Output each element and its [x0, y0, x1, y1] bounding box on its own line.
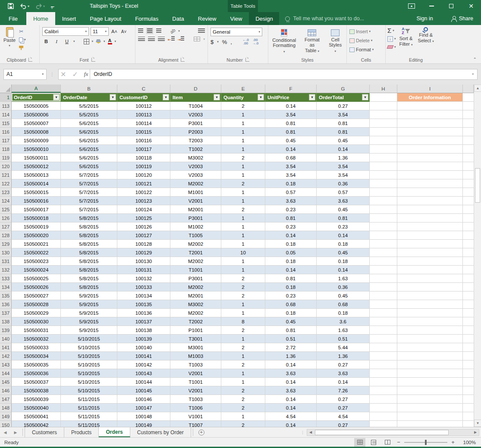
cell-G128[interactable]: 0.14 [317, 231, 370, 240]
row-header-121[interactable]: 121 [0, 171, 12, 179]
clipboard-dialog-launcher[interactable] [28, 58, 32, 62]
fill-color-button[interactable] [96, 39, 101, 44]
cell-G134[interactable]: 0.36 [317, 283, 370, 291]
cancel-entry-icon[interactable]: ✕ [60, 70, 66, 78]
cell-I146[interactable] [397, 386, 463, 395]
order-information-header[interactable]: Order Information [397, 93, 463, 102]
cell-E131[interactable]: 1 [221, 257, 265, 266]
cell-G137[interactable]: 0.18 [317, 309, 370, 317]
cell-H126[interactable] [370, 214, 397, 222]
cell-H125[interactable] [370, 205, 397, 214]
cell-D119[interactable]: M3002 [170, 154, 221, 162]
cell-I138[interactable] [397, 317, 463, 326]
increase-indent-button[interactable]: ⇥ [178, 36, 185, 42]
cell-G123[interactable]: 0.57 [317, 188, 370, 197]
tell-me-box[interactable]: Tell me what you want to do... [285, 12, 364, 25]
cell-H146[interactable] [370, 386, 397, 395]
zoom-in-button[interactable]: + [450, 439, 456, 445]
cell-E124[interactable]: 1 [221, 197, 265, 205]
paste-button[interactable]: Paste ▾ [1, 26, 18, 48]
save-icon[interactable] [8, 3, 14, 9]
cell-E139[interactable]: 2 [221, 326, 265, 335]
cell-D114[interactable]: V2003 [170, 110, 221, 119]
cell-C115[interactable]: 100114 [117, 119, 170, 128]
cell-C121[interactable]: 100120 [117, 171, 170, 179]
cell-D138[interactable]: T2002 [170, 317, 221, 326]
row-header-115[interactable]: 115 [0, 119, 12, 128]
row-header-131[interactable]: 131 [0, 257, 12, 266]
cell-C118[interactable]: 100117 [117, 145, 170, 154]
cell-E136[interactable]: 1 [221, 300, 265, 309]
cell-I131[interactable] [397, 257, 463, 266]
header-cell-orderdate[interactable]: OrderDate▾ [61, 93, 117, 102]
tab-insert[interactable]: Insert [55, 12, 83, 25]
cell-C140[interactable]: 100139 [117, 335, 170, 343]
cell-A142[interactable]: 150500034 [12, 352, 61, 360]
cell-C126[interactable]: 100125 [117, 214, 170, 222]
undo-button[interactable]: ▾ [20, 3, 29, 9]
underline-dropdown-icon[interactable]: ▾ [73, 40, 75, 43]
cell-I141[interactable] [397, 343, 463, 352]
cell-B143[interactable]: 5/10/2015 [61, 360, 117, 369]
cell-G135[interactable]: 0.45 [317, 291, 370, 300]
name-box[interactable]: A1▾ [3, 69, 47, 80]
cell-G127[interactable]: 0.23 [317, 222, 370, 231]
cell-C127[interactable]: 100126 [117, 222, 170, 231]
cell-A130[interactable]: 150500022 [12, 248, 61, 257]
cell-C145[interactable]: 100144 [117, 378, 170, 386]
column-header-G[interactable]: G [317, 85, 370, 93]
cell-E129[interactable]: 1 [221, 240, 265, 248]
row-header-127[interactable]: 127 [0, 222, 12, 231]
cell-F142[interactable]: 1.36 [265, 352, 317, 360]
cell-A129[interactable]: 150500021 [12, 240, 61, 248]
header-cell-item[interactable]: Item▾ [170, 93, 221, 102]
cell-B145[interactable]: 5/10/2015 [61, 378, 117, 386]
cell-B134[interactable]: 5/8/2015 [61, 283, 117, 291]
cell-H148[interactable] [370, 404, 397, 412]
cell-I132[interactable] [397, 266, 463, 274]
minimize-button[interactable] [421, 0, 441, 12]
number-dialog-launcher[interactable] [245, 58, 249, 62]
cell-D135[interactable]: M2001 [170, 291, 221, 300]
cell-H143[interactable] [370, 360, 397, 369]
page-layout-view-button[interactable] [368, 438, 379, 447]
tab-data[interactable]: Data [165, 12, 191, 25]
cell-I114[interactable] [397, 110, 463, 119]
cell-A113[interactable]: 150500005 [12, 102, 61, 110]
row-header-137[interactable]: 137 [0, 309, 12, 317]
cell-B146[interactable]: 5/10/2015 [61, 386, 117, 395]
cell-I122[interactable] [397, 179, 463, 188]
tab-view[interactable]: View [223, 12, 249, 25]
cell-G136[interactable]: 0.68 [317, 300, 370, 309]
cell-I142[interactable] [397, 352, 463, 360]
cell-C150[interactable]: 100149 [117, 421, 170, 427]
wrap-text-button[interactable] [198, 28, 205, 33]
row-header-120[interactable]: 120 [0, 162, 12, 171]
row-header-118[interactable]: 118 [0, 145, 12, 154]
underline-button[interactable]: U [63, 38, 71, 45]
cell-H121[interactable] [370, 171, 397, 179]
tab-file[interactable]: File [0, 12, 26, 25]
row-header-147[interactable]: 147 [0, 395, 12, 404]
cell-C114[interactable]: 100113 [117, 110, 170, 119]
cell-C135[interactable]: 100134 [117, 291, 170, 300]
cell-I117[interactable] [397, 136, 463, 145]
cell-I119[interactable] [397, 154, 463, 162]
cell-B125[interactable]: 5/7/2015 [61, 205, 117, 214]
redo-dropdown-icon[interactable]: ▾ [43, 4, 45, 8]
sheet-tab-customers-by-order[interactable]: Customers by Order [130, 427, 191, 437]
cell-C113[interactable]: 100112 [117, 102, 170, 110]
sheet-nav-right-icon[interactable]: ▶ [10, 427, 21, 437]
middle-align-button[interactable] [146, 28, 153, 34]
cell-B129[interactable]: 5/8/2015 [61, 240, 117, 248]
row-header-113[interactable]: 113 [0, 102, 12, 110]
bold-button[interactable]: B [42, 38, 50, 45]
cell-C128[interactable]: 100127 [117, 231, 170, 240]
cell-D146[interactable]: V2001 [170, 386, 221, 395]
tab-page-layout[interactable]: Page Layout [83, 12, 128, 25]
cell-B144[interactable]: 5/10/2015 [61, 369, 117, 378]
cell-E143[interactable]: 2 [221, 360, 265, 369]
cut-button[interactable]: ✂ [19, 28, 26, 35]
cell-E140[interactable]: 1 [221, 335, 265, 343]
cell-G146[interactable]: 7.26 [317, 386, 370, 395]
